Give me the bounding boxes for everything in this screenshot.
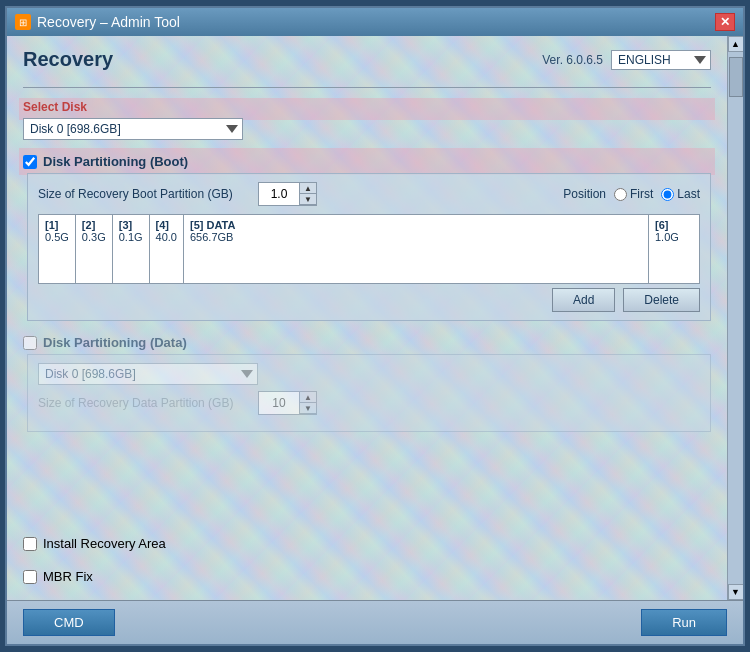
boot-partition-section: Disk Partitioning (Boot) Size of Recover…	[23, 150, 711, 321]
data-size-label: Size of Recovery Data Partition (GB)	[38, 396, 248, 410]
select-disk-label: Select Disk	[23, 100, 711, 114]
action-row: Add Delete	[38, 288, 700, 312]
data-size-input	[259, 392, 299, 414]
version-row: Ver. 6.0.6.5 ENGLISH JAPANESE GERMAN FRE…	[542, 50, 711, 70]
main-panel: Recovery Ver. 6.0.6.5 ENGLISH JAPANESE G…	[7, 36, 727, 600]
spinner-up[interactable]: ▲	[300, 183, 316, 194]
partition-cell-2: [2] 0.3G	[76, 215, 113, 283]
install-recovery-label[interactable]: Install Recovery Area	[43, 536, 166, 551]
position-last-radio[interactable]	[661, 188, 674, 201]
data-partition-label[interactable]: Disk Partitioning (Data)	[43, 335, 187, 350]
data-disk-select: Disk 0 [698.6GB]	[38, 363, 258, 385]
select-disk-section: Select Disk Disk 0 [698.6GB]	[23, 100, 711, 140]
boot-partition-checkbox-row: Disk Partitioning (Boot)	[23, 150, 711, 173]
cmd-button[interactable]: CMD	[23, 609, 115, 636]
scroll-arrow-down[interactable]: ▼	[728, 584, 744, 600]
scrollbar[interactable]: ▲ ▼	[727, 36, 743, 600]
partition-table: [1] 0.5G [2] 0.3G [3] 0.1G [4]	[38, 214, 700, 284]
data-partition-checkbox-row: Disk Partitioning (Data)	[23, 331, 711, 354]
size-input[interactable]	[259, 183, 299, 205]
position-last-option[interactable]: Last	[661, 187, 700, 201]
close-button[interactable]: ✕	[715, 13, 735, 31]
header-row: Recovery Ver. 6.0.6.5 ENGLISH JAPANESE G…	[23, 48, 711, 71]
partition-cell-4: [4] 40.0	[150, 215, 184, 283]
size-input-wrapper: ▲ ▼	[258, 182, 317, 206]
app-title: Recovery	[23, 48, 113, 71]
partition-cell-5: [5] DATA 656.7GB	[184, 215, 649, 283]
select-disk-highlight: Select Disk	[19, 98, 715, 120]
scroll-thumb[interactable]	[729, 57, 743, 97]
data-size-row: Size of Recovery Data Partition (GB) ▲ ▼	[38, 391, 700, 415]
boot-partition-highlight: Disk Partitioning (Boot)	[19, 148, 715, 175]
mbr-fix-label[interactable]: MBR Fix	[43, 569, 93, 584]
position-first-radio[interactable]	[614, 188, 627, 201]
data-spinner-up: ▲	[300, 392, 316, 403]
data-spinner-down: ▼	[300, 403, 316, 414]
boot-partition-settings: Size of Recovery Boot Partition (GB) ▲ ▼…	[27, 173, 711, 321]
data-partition-section: Disk Partitioning (Data) Disk 0 [698.6GB…	[23, 331, 711, 432]
spinner-down[interactable]: ▼	[300, 194, 316, 205]
main-window: ⊞ Recovery – Admin Tool ✕ Recovery Ver. …	[5, 6, 745, 646]
mbr-fix-row: MBR Fix	[23, 565, 711, 588]
position-first-option[interactable]: First	[614, 187, 653, 201]
install-recovery-checkbox[interactable]	[23, 537, 37, 551]
disk-select-row: Disk 0 [698.6GB]	[23, 118, 711, 140]
mbr-fix-checkbox[interactable]	[23, 570, 37, 584]
position-label: Position	[563, 187, 606, 201]
disk-select[interactable]: Disk 0 [698.6GB]	[23, 118, 243, 140]
partition-cell-1: [1] 0.5G	[39, 215, 76, 283]
run-button[interactable]: Run	[641, 609, 727, 636]
version-label: Ver. 6.0.6.5	[542, 53, 603, 67]
data-size-input-wrapper: ▲ ▼	[258, 391, 317, 415]
boot-partition-checkbox[interactable]	[23, 155, 37, 169]
add-button[interactable]: Add	[552, 288, 615, 312]
footer: CMD Run	[7, 600, 743, 644]
window-title: Recovery – Admin Tool	[37, 14, 180, 30]
data-partition-settings: Disk 0 [698.6GB] Size of Recovery Data P…	[27, 354, 711, 432]
titlebar: ⊞ Recovery – Admin Tool ✕	[7, 8, 743, 36]
size-position-row: Size of Recovery Boot Partition (GB) ▲ ▼…	[38, 182, 700, 206]
partition-cell-6: [6] 1.0G	[649, 215, 699, 283]
scroll-track[interactable]	[729, 52, 743, 584]
divider-1	[23, 87, 711, 88]
boot-partition-label[interactable]: Disk Partitioning (Boot)	[43, 154, 188, 169]
position-last-label: Last	[677, 187, 700, 201]
data-partition-checkbox[interactable]	[23, 336, 37, 350]
scroll-arrow-up[interactable]: ▲	[728, 36, 744, 52]
content-area: Recovery Ver. 6.0.6.5 ENGLISH JAPANESE G…	[7, 36, 743, 600]
position-row: Position First Last	[563, 187, 700, 201]
spinner-buttons: ▲ ▼	[299, 183, 316, 205]
app-icon: ⊞	[15, 14, 31, 30]
size-label: Size of Recovery Boot Partition (GB)	[38, 187, 248, 201]
position-first-label: First	[630, 187, 653, 201]
delete-button[interactable]: Delete	[623, 288, 700, 312]
data-spinner-buttons: ▲ ▼	[299, 392, 316, 414]
partition-cell-3: [3] 0.1G	[113, 215, 150, 283]
language-select[interactable]: ENGLISH JAPANESE GERMAN FRENCH SPANISH	[611, 50, 711, 70]
install-recovery-row: Install Recovery Area	[23, 532, 711, 555]
